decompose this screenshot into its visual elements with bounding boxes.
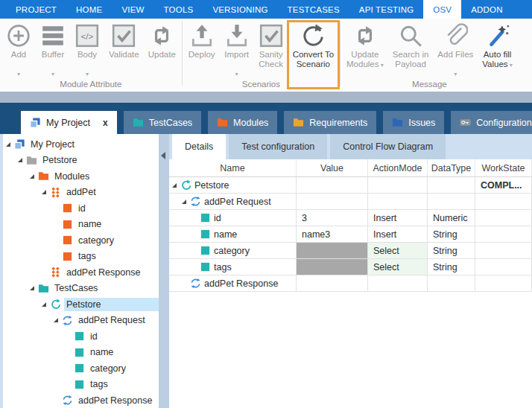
auto-fill-values-button[interactable]: Auto fillValues ▾ — [478, 20, 517, 80]
tab-testcases[interactable]: TestCases — [124, 111, 201, 134]
tree-item-tags[interactable]: tags — [3, 249, 159, 265]
actionmode-cell[interactable]: Select — [368, 259, 428, 275]
datatype-cell[interactable]: String — [428, 226, 475, 243]
deploy-button[interactable]: Deploy — [184, 20, 220, 80]
expand-arrow-icon[interactable] — [42, 190, 49, 194]
value-cell[interactable] — [297, 259, 368, 275]
name-cell[interactable]: addPet Response — [169, 275, 297, 292]
workstate-cell[interactable] — [475, 243, 532, 259]
datatype-cell[interactable] — [428, 275, 475, 292]
tree-item-id[interactable]: id — [3, 200, 159, 217]
dropdown-caret-icon[interactable]: ▾ — [51, 71, 54, 77]
tree-item-petstore[interactable]: Petstore — [3, 153, 159, 169]
dropdown-caret-icon[interactable]: ▾ — [379, 62, 384, 68]
expand-arrow-icon[interactable] — [18, 158, 25, 162]
column-header-actionmode[interactable]: ActionMode — [368, 159, 428, 176]
menu-item-home[interactable]: HOME — [66, 0, 112, 19]
value-cell[interactable] — [297, 177, 368, 194]
workstate-cell[interactable] — [475, 275, 532, 292]
tree-item-name[interactable]: name — [3, 345, 159, 361]
add-button[interactable]: Add▾ — [1, 20, 36, 80]
tree-item-testcases[interactable]: TestCases — [3, 281, 159, 297]
dropdown-caret-icon[interactable]: ▾ — [86, 71, 89, 77]
workstate-cell[interactable] — [475, 210, 532, 226]
buffer-button[interactable]: Buffer▾ — [36, 20, 70, 80]
tree-item-category[interactable]: category — [3, 360, 159, 377]
name-cell[interactable]: id — [169, 210, 297, 226]
datatype-cell[interactable]: String — [428, 259, 475, 275]
menu-item-osv[interactable]: OSV — [423, 0, 461, 19]
datatype-cell[interactable] — [428, 194, 475, 210]
column-header-value[interactable]: Value — [297, 159, 368, 176]
value-cell[interactable] — [297, 194, 368, 210]
value-cell[interactable] — [297, 275, 368, 292]
tab-requirements[interactable]: Requirements — [284, 111, 376, 134]
workstate-cell[interactable] — [475, 259, 532, 275]
expand-arrow-icon[interactable] — [172, 183, 180, 188]
workstate-cell[interactable] — [475, 194, 532, 210]
tree-item-addpet[interactable]: addPet — [3, 185, 159, 201]
expand-arrow-icon[interactable] — [182, 200, 189, 204]
menu-item-addon[interactable]: ADDON — [461, 0, 513, 19]
tree-item-petstore[interactable]: Petstore — [3, 296, 159, 313]
actionmode-cell[interactable]: Select — [368, 243, 428, 259]
validate-button[interactable]: Validate — [104, 20, 144, 80]
tree-item-addpet-request[interactable]: addPet Request — [3, 313, 159, 329]
column-header-workstate[interactable]: WorkState — [475, 159, 532, 176]
expand-arrow-icon[interactable] — [30, 174, 37, 179]
tree-item-name[interactable]: name — [3, 217, 159, 233]
name-cell[interactable]: name — [169, 226, 297, 243]
tree-item-tags[interactable]: tags — [3, 377, 159, 393]
search-in-payload-button[interactable]: Search inPayload — [388, 20, 434, 80]
dropdown-caret-icon[interactable]: ▾ — [508, 62, 513, 68]
expand-arrow-icon[interactable] — [42, 302, 49, 307]
column-header-datatype[interactable]: DataType — [428, 159, 475, 176]
collapse-arrow-icon[interactable] — [161, 152, 165, 159]
datatype-cell[interactable] — [428, 177, 475, 194]
actionmode-cell[interactable]: Insert — [368, 226, 428, 243]
name-cell[interactable]: Petstore — [169, 177, 297, 194]
value-cell[interactable]: 3 — [297, 210, 368, 226]
actionmode-cell[interactable] — [368, 275, 428, 292]
tab-configurations[interactable]: Configurations — [451, 111, 532, 134]
body-button[interactable]: </>Body▾ — [70, 20, 104, 80]
menu-item-api-testing[interactable]: API TESTING — [349, 0, 424, 19]
convert-to-scenario-button[interactable]: Convert ToScenario — [288, 20, 338, 80]
name-cell[interactable]: category — [169, 243, 297, 259]
menu-item-view[interactable]: VIEW — [112, 0, 153, 19]
menu-item-project[interactable]: PROJECT — [6, 0, 66, 19]
datatype-cell[interactable]: String — [428, 243, 475, 259]
actionmode-cell[interactable]: Insert — [368, 210, 428, 226]
name-cell[interactable]: addPet Request — [169, 194, 297, 210]
actionmode-cell[interactable] — [368, 194, 428, 210]
expand-arrow-icon[interactable] — [6, 142, 13, 147]
menu-item-versioning[interactable]: VERSIONING — [203, 0, 277, 19]
tab-issues[interactable]: Issues — [383, 111, 444, 134]
menu-item-tools[interactable]: TOOLS — [154, 0, 203, 19]
value-cell[interactable] — [297, 243, 368, 259]
tree-item-addpet-response[interactable]: addPet Response — [3, 264, 159, 281]
dropdown-caret-icon[interactable]: ▾ — [17, 71, 20, 77]
update-button[interactable]: Update — [144, 20, 180, 80]
tree-item-my-project[interactable]: My Project — [3, 136, 159, 153]
panel-splitter[interactable] — [159, 134, 169, 408]
update-modules-button[interactable]: UpdateModules ▾ — [342, 20, 388, 80]
tab-modules[interactable]: Modules — [208, 111, 277, 134]
expand-arrow-icon[interactable] — [54, 318, 61, 322]
tree-item-modules[interactable]: Modules — [3, 168, 159, 185]
workstate-cell[interactable]: COMPL... — [475, 177, 532, 194]
tree-item-addpet-response[interactable]: addPet Response — [3, 392, 159, 408]
expand-arrow-icon[interactable] — [30, 286, 37, 290]
import-button[interactable]: Import▾ — [220, 20, 254, 80]
dropdown-caret-icon[interactable]: ▾ — [235, 71, 238, 77]
tree-item-category[interactable]: category — [3, 232, 159, 249]
tree-item-id[interactable]: id — [3, 328, 159, 345]
sanity-check-button[interactable]: SanityCheck — [254, 20, 288, 80]
datatype-cell[interactable]: Numeric — [428, 210, 475, 226]
tab-my-project[interactable]: My Projectx — [21, 111, 117, 134]
details-tab-test-configuration[interactable]: Test configuration — [229, 134, 327, 159]
dropdown-caret-icon[interactable]: ▾ — [454, 71, 457, 77]
actionmode-cell[interactable] — [368, 177, 428, 194]
details-tab-details[interactable]: Details — [172, 134, 226, 159]
close-icon[interactable]: x — [103, 118, 108, 127]
